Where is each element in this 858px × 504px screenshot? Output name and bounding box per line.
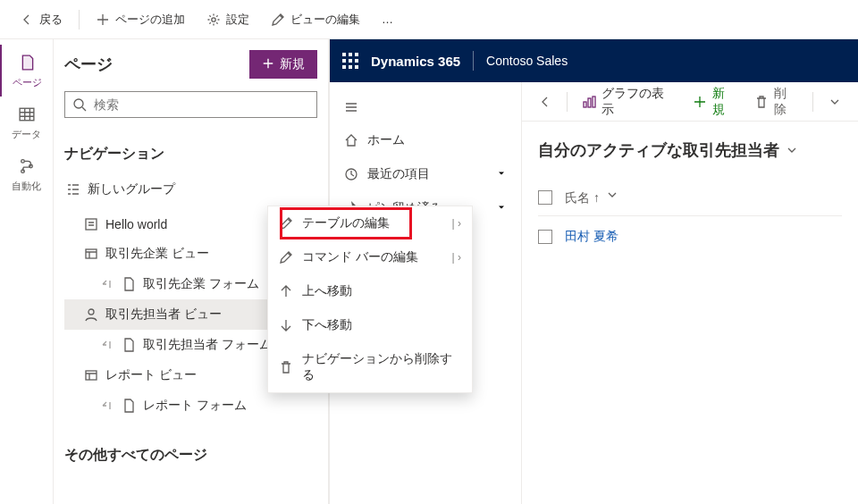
item-label: 取引先企業 フォーム [143,276,259,292]
svg-rect-11 [584,102,586,107]
back-button[interactable] [531,89,559,114]
ctx-move-down[interactable]: 下へ移動 [268,308,472,342]
new-button[interactable]: 新規 [686,80,744,123]
hamburger-icon [344,100,358,114]
rail-auto-label: 自動化 [12,180,41,193]
nav-recent[interactable]: 最近の項目 [330,157,521,191]
arrow-down-icon [279,318,293,332]
item-label: 取引先担当者 フォーム [143,337,272,353]
group-label: 新しいグループ [88,181,175,197]
edit-view-button[interactable]: ビューの編集 [262,6,369,33]
rail-data-label: データ [12,128,41,141]
pencil-icon [279,216,293,231]
arrow-left-icon [538,95,552,109]
row-checkbox[interactable] [538,230,552,244]
plus-icon [693,95,707,109]
item-label: 取引先企業 ビュー [105,246,209,262]
overflow-button[interactable] [820,89,849,114]
submenu-indicator: | › [452,217,461,230]
label: テーブルの編集 [302,215,390,231]
hamburger-button[interactable] [330,91,521,123]
search-icon [72,97,87,112]
back-label: 戻る [39,12,63,28]
more-button[interactable]: … [373,7,404,31]
table-row[interactable]: 田村 夏希 [538,216,842,257]
arrow-up-icon [279,284,293,298]
view-icon [84,368,98,382]
rail-page[interactable]: ページ [0,45,53,97]
label: ホーム [367,132,405,148]
separator [567,92,568,112]
view-icon [84,247,98,261]
brand-title: Dynamics 365 [371,54,460,69]
waffle-icon[interactable] [342,53,358,69]
svg-rect-7 [86,249,97,258]
rail-automation[interactable]: 自動化 [0,148,53,200]
chevron-down-icon [605,188,619,202]
show-chart-button[interactable]: グラフの表示 [575,80,682,123]
back-button[interactable]: 戻る [11,6,72,33]
col-header-name[interactable]: 氏名 ↑ [565,188,619,206]
env-name: Contoso Sales [486,54,568,68]
plus-icon [262,57,274,72]
settings-label: 設定 [226,12,249,28]
nav-item-report-form[interactable]: レポート フォーム [64,391,317,421]
nav-home[interactable]: ホーム [330,123,521,157]
add-page-button[interactable]: ページの追加 [87,6,194,33]
select-all-checkbox[interactable] [538,190,552,205]
search-input-wrap[interactable] [64,91,317,118]
ctx-edit-command-bar[interactable]: コマンド バーの編集 | › [268,240,472,274]
trash-icon [754,95,769,109]
chevron-down-icon [496,201,507,215]
delete-button[interactable]: 削除 [747,80,805,123]
svg-point-0 [212,17,215,21]
app-command-bar: 戻る ページの追加 設定 ビューの編集 … [0,0,858,39]
ctx-edit-table[interactable]: テーブルの編集 | › [268,206,472,240]
rail-data[interactable]: データ [0,97,53,148]
chart-icon [582,95,596,109]
grid: 氏名 ↑ 田村 夏希 [522,179,858,257]
settings-button[interactable]: 設定 [198,6,258,33]
group-icon [66,182,80,197]
ctx-delete[interactable]: ナビゲーションから削除する [268,342,472,392]
svg-rect-1 [20,108,34,121]
separator [473,51,474,71]
table-icon [13,104,40,125]
label: コマンド バーの編集 [302,249,418,265]
context-menu: テーブルの編集 | › コマンド バーの編集 | › 上へ移動 下へ移動 ナビゲ… [267,206,473,393]
navigation-heading: ナビゲーション [64,145,317,164]
label: 最近の項目 [367,166,430,182]
left-rail: ページ データ 自動化 [0,39,54,504]
pencil-icon [279,250,293,265]
more-label: … [382,13,395,26]
add-page-label: ページの追加 [115,12,185,28]
record-link[interactable]: 田村 夏希 [565,229,618,245]
edit-view-label: ビューの編集 [290,12,360,28]
other-pages-heading: その他すべてのページ [64,446,317,465]
ctx-move-up[interactable]: 上へ移動 [268,274,472,308]
item-label: Hello world [105,217,167,231]
page-icon [14,52,41,73]
svg-rect-12 [588,98,591,107]
rail-page-label: ページ [13,76,42,89]
separator [812,92,813,112]
link-icon [100,338,114,352]
link-icon [100,277,114,291]
panel-title: ページ [64,54,113,75]
form-icon [122,338,136,352]
svg-rect-13 [593,97,595,107]
preview-header: Dynamics 365 Contoso Sales [330,39,858,82]
search-input[interactable] [94,97,309,112]
arrow-left-icon [20,13,34,27]
new-page-button[interactable]: 新規 [249,50,317,79]
chevron-down-icon [785,143,799,157]
preview-content: グラフの表示 新規 削除 自分のアクティブ [522,82,858,504]
item-label: 取引先担当者 ビュー [105,307,222,323]
table-header-row: 氏名 ↑ [538,179,842,216]
col-label: 氏名 [565,190,590,205]
label: ナビゲーションから削除する [302,351,461,383]
view-title[interactable]: 自分のアクティブな取引先担当者 [522,122,858,179]
label: 下へ移動 [302,317,352,333]
home-icon [344,133,358,147]
svg-rect-6 [86,219,97,230]
